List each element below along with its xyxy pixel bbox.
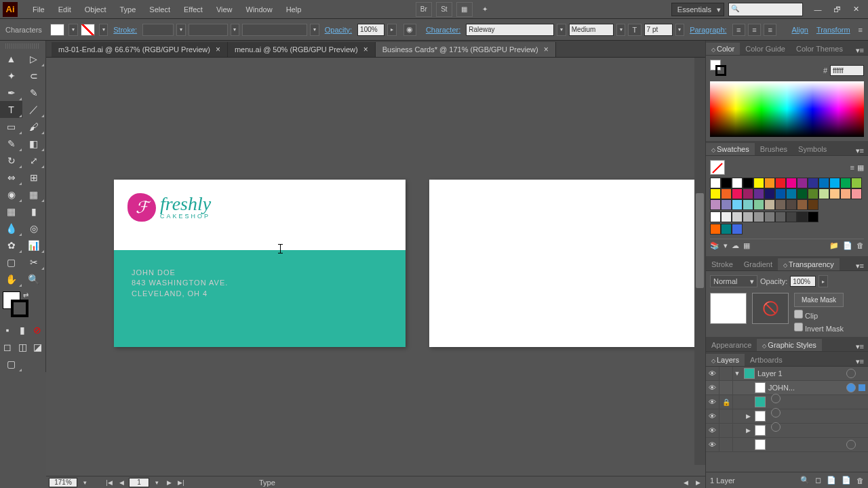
layer-row[interactable]: 👁▶ (706, 409, 868, 424)
swatch[interactable] (786, 188, 797, 199)
mask-thumb[interactable]: 🚫 (752, 293, 789, 324)
visibility-icon[interactable]: 👁 (706, 409, 719, 423)
magic-wand-tool[interactable]: ✦ (0, 67, 22, 84)
swatch[interactable] (840, 178, 851, 188)
symbol-sprayer-tool[interactable]: ✿ (0, 237, 22, 253)
swatch[interactable] (808, 211, 818, 222)
stock-icon[interactable]: St (436, 2, 452, 17)
swatch[interactable] (721, 224, 732, 235)
lock-icon[interactable] (719, 367, 733, 380)
swatch[interactable] (732, 178, 743, 188)
delete-layer-icon[interactable]: 🗑 (856, 476, 864, 485)
swatch[interactable] (764, 199, 775, 210)
swatch[interactable] (764, 188, 775, 199)
color-fill-stroke[interactable] (710, 60, 728, 77)
blend-tool[interactable]: ◎ (22, 220, 45, 237)
line-tool[interactable]: ／ (22, 101, 45, 118)
panel-tab-appearance[interactable]: Appearance (706, 339, 757, 351)
panel-tab-color-guide[interactable]: Color Guide (740, 43, 791, 55)
swatch[interactable] (786, 178, 797, 188)
card-text[interactable]: JOHN DOE 843 WASHINGTON AVE. CLEVELAND, … (132, 268, 228, 299)
eraser-tool[interactable]: ◧ (22, 135, 45, 152)
swatch[interactable] (775, 188, 786, 199)
swatch[interactable] (818, 178, 829, 188)
swatch[interactable] (743, 199, 753, 210)
recolor-icon[interactable]: ◉ (403, 24, 416, 36)
fill-stroke-control[interactable]: ⇄ (3, 291, 30, 319)
first-artboard-icon[interactable]: |◀ (104, 478, 114, 487)
color-spectrum[interactable] (710, 81, 864, 137)
close-tab-icon[interactable]: × (216, 45, 220, 54)
swatch[interactable] (732, 188, 743, 199)
opacity-input[interactable] (357, 24, 384, 36)
swatch-kind-icon[interactable]: ▾ (724, 241, 728, 250)
transparency-thumb[interactable] (710, 293, 747, 324)
target-icon[interactable] (771, 394, 781, 403)
visibility-icon[interactable]: 👁 (706, 367, 719, 380)
gradient-mode-icon[interactable]: ▮ (15, 321, 30, 338)
swatch-none[interactable] (710, 160, 725, 175)
rectangle-tool[interactable]: ▭ (0, 118, 22, 135)
color-mode-icon[interactable]: ▪ (0, 321, 15, 338)
stroke-dd[interactable]: ▾ (99, 24, 108, 36)
close-tab-icon[interactable]: × (544, 45, 549, 54)
panel-menu-icon[interactable]: ▾≡ (852, 146, 868, 155)
target-icon[interactable] (846, 369, 856, 378)
lasso-tool[interactable]: ⊂ (22, 67, 45, 84)
shape-builder-tool[interactable]: ◉ (0, 186, 22, 203)
layer-opacity-input[interactable] (790, 276, 816, 287)
lock-icon[interactable] (719, 381, 733, 394)
align-left-icon[interactable]: ≡ (732, 24, 745, 36)
paintbrush-tool[interactable]: 🖌 (22, 118, 45, 135)
panel-menu-icon[interactable]: ▾≡ (852, 46, 868, 55)
new-sublayer-icon[interactable]: 📄 (827, 476, 836, 485)
layer-row[interactable]: 👁JOHN... (706, 381, 868, 395)
swatch[interactable] (797, 199, 808, 210)
search-input[interactable] (728, 3, 803, 16)
menu-select[interactable]: Select (142, 1, 177, 18)
swatch[interactable] (764, 211, 775, 222)
none-mode-icon[interactable]: ⊘ (30, 321, 45, 338)
curvature-tool[interactable]: ✎ (22, 84, 45, 101)
new-layer-icon[interactable]: 📄 (842, 476, 851, 485)
close-tab-icon[interactable]: × (363, 45, 368, 54)
transform-link[interactable]: Transform (814, 26, 853, 34)
arrange-docs-icon[interactable]: ▦ (456, 2, 473, 17)
target-icon[interactable] (846, 383, 856, 392)
swatch[interactable] (732, 199, 743, 210)
character-link[interactable]: Character: (423, 26, 463, 34)
swatch[interactable] (808, 199, 818, 210)
font-size-input[interactable] (644, 24, 673, 36)
rotate-tool[interactable]: ↻ (0, 152, 22, 169)
swatch[interactable] (775, 199, 786, 210)
swatch[interactable] (829, 178, 840, 188)
lock-icon[interactable] (719, 409, 733, 423)
var-width-dd[interactable] (189, 24, 228, 36)
swatch[interactable] (818, 188, 829, 199)
eyedropper-tool[interactable]: 💧 (0, 220, 22, 237)
swatch[interactable] (808, 178, 818, 188)
stroke-swatch[interactable] (81, 24, 95, 36)
panel-tab-gradient[interactable]: Gradient (738, 258, 778, 270)
panel-tab-transparency[interactable]: ◇Transparency (778, 258, 840, 270)
swatch[interactable] (786, 211, 797, 222)
prev-artboard-icon[interactable]: ◀ (117, 478, 126, 487)
visibility-icon[interactable]: 👁 (706, 438, 719, 451)
clip-mask-icon[interactable]: ◻ (815, 476, 821, 485)
swatch[interactable] (786, 199, 797, 210)
swatch[interactable] (710, 211, 721, 222)
graph-tool[interactable]: 📊 (22, 237, 45, 253)
brush-dd[interactable] (242, 24, 307, 36)
screen-mode-icon[interactable]: ▢ (0, 355, 22, 372)
menu-window[interactable]: Window (239, 1, 279, 18)
lock-icon[interactable] (719, 424, 733, 437)
swatch[interactable] (732, 224, 743, 235)
selection-tool[interactable]: ▲ (0, 50, 22, 67)
menu-edit[interactable]: Edit (52, 1, 78, 18)
swatch[interactable] (797, 188, 808, 199)
hex-input[interactable] (830, 65, 864, 76)
swatch[interactable] (797, 211, 808, 222)
font-style-input[interactable] (569, 24, 614, 36)
panel-tab-layers[interactable]: ◇Layers (706, 354, 745, 366)
swatch[interactable] (753, 199, 764, 210)
